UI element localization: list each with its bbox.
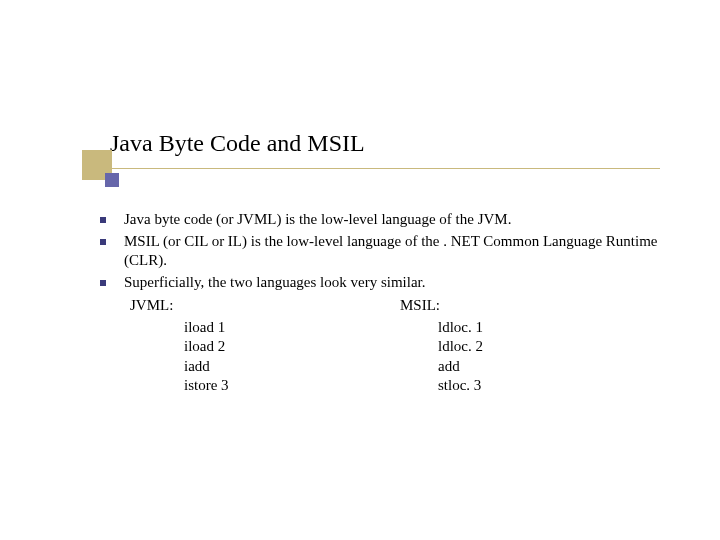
code-line: add bbox=[438, 357, 680, 377]
code-line: iload 2 bbox=[184, 337, 400, 357]
code-columns: JVML: iload 1 iload 2 iadd istore 3 MSIL… bbox=[130, 296, 680, 396]
msil-code: ldloc. 1 ldloc. 2 add stloc. 3 bbox=[438, 318, 680, 396]
code-line: iadd bbox=[184, 357, 400, 377]
bullet-icon bbox=[100, 239, 106, 245]
slide-title: Java Byte Code and MSIL bbox=[110, 130, 660, 157]
accent-block-small bbox=[105, 173, 119, 187]
code-line: ldloc. 1 bbox=[438, 318, 680, 338]
bullet-icon bbox=[100, 217, 106, 223]
bullet-item: Java byte code (or JVML) is the low-leve… bbox=[100, 210, 680, 230]
jvml-label: JVML: bbox=[130, 296, 400, 316]
msil-column: MSIL: ldloc. 1 ldloc. 2 add stloc. 3 bbox=[400, 296, 680, 396]
bullet-icon bbox=[100, 280, 106, 286]
bullet-text: Java byte code (or JVML) is the low-leve… bbox=[124, 210, 680, 230]
msil-label: MSIL: bbox=[400, 296, 680, 316]
bullet-item: Superficially, the two languages look ve… bbox=[100, 273, 680, 293]
bullet-item: MSIL (or CIL or IL) is the low-level lan… bbox=[100, 232, 680, 271]
bullet-text: MSIL (or CIL or IL) is the low-level lan… bbox=[124, 232, 680, 271]
title-area: Java Byte Code and MSIL bbox=[110, 130, 660, 157]
title-underline bbox=[112, 168, 660, 169]
code-line: iload 1 bbox=[184, 318, 400, 338]
code-line: istore 3 bbox=[184, 376, 400, 396]
slide-content: Java byte code (or JVML) is the low-leve… bbox=[100, 210, 680, 396]
bullet-text: Superficially, the two languages look ve… bbox=[124, 273, 680, 293]
jvml-column: JVML: iload 1 iload 2 iadd istore 3 bbox=[130, 296, 400, 396]
jvml-code: iload 1 iload 2 iadd istore 3 bbox=[184, 318, 400, 396]
code-line: ldloc. 2 bbox=[438, 337, 680, 357]
code-line: stloc. 3 bbox=[438, 376, 680, 396]
